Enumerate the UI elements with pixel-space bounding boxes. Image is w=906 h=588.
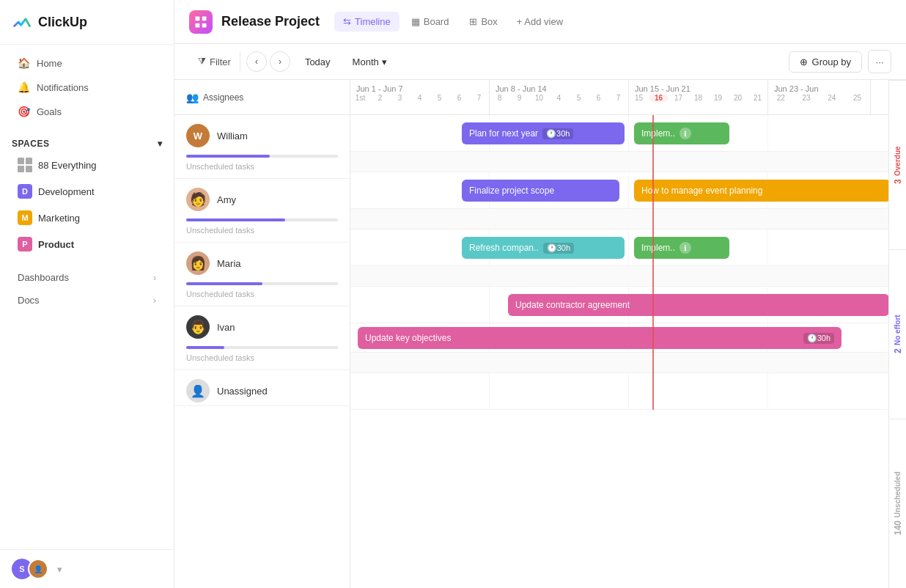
day-label: 25 — [844, 95, 870, 102]
clickup-logo-icon — [12, 12, 32, 32]
tab-timeline[interactable]: ⇆ Timeline — [334, 12, 399, 32]
today-label: 16 — [649, 95, 669, 102]
task-label: Implem.. — [641, 243, 675, 253]
prev-arrow-button[interactable]: ‹ — [246, 51, 267, 72]
toolbar: ⧩ Filter ‹ › Today Month ▾ ⊕ Group by ··… — [174, 44, 906, 80]
assignee-name: Maria — [217, 258, 241, 269]
gantt-cell — [350, 373, 490, 409]
info-icon: ℹ — [680, 128, 691, 139]
bell-icon: 🔔 — [18, 81, 29, 93]
sidebar-item-label: Notifications — [37, 82, 89, 93]
task-label: Finalize project scope — [469, 185, 554, 196]
tab-board[interactable]: ▦ Board — [402, 12, 458, 32]
sidebar-item-everything[interactable]: 88 Everything — [6, 152, 168, 177]
spaces-header[interactable]: Spaces ▾ — [12, 139, 162, 149]
spaces-section: Spaces ▾ — [0, 130, 174, 152]
chevron-right-icon: › — [153, 295, 156, 306]
task-bar[interactable]: Implem.. ℹ — [634, 122, 729, 144]
task-bar[interactable]: How to manage event planning — [634, 180, 888, 202]
assignee-name: Unassigned — [217, 386, 268, 397]
assignee-info: 🧑 Amy — [174, 179, 350, 214]
project-icon — [189, 10, 213, 34]
gantt-header: Jun 1 - Jun 7 1st 2 3 4 5 6 7 J — [350, 80, 888, 115]
assignee-name: Amy — [217, 194, 236, 205]
gantt-cell — [350, 287, 490, 323]
assignee-progress — [186, 282, 338, 285]
next-arrow-button[interactable]: › — [270, 51, 290, 72]
day-label: 23 — [794, 95, 820, 102]
user-section[interactable]: S 👤 ▾ — [0, 549, 174, 588]
task-bar[interactable]: Refresh compan.. 🕐30h — [462, 237, 625, 259]
assignee-row: 👤 Unassigned — [174, 370, 350, 406]
day-label: 8 — [490, 95, 509, 102]
month-button[interactable]: Month ▾ — [345, 53, 394, 71]
task-label: Plan for next year — [469, 128, 538, 139]
assignee-progress — [186, 218, 338, 221]
task-bar[interactable]: Finalize project scope — [462, 180, 619, 202]
home-icon: 🏠 — [18, 57, 29, 69]
assignees-column: 👥 Assignees W William Unscheduled tasks … — [174, 80, 350, 588]
more-options-button[interactable]: ··· — [868, 50, 891, 73]
marketing-label: Marketing — [38, 213, 80, 224]
sidebar-item-development[interactable]: D Development — [6, 179, 168, 204]
unscheduled-tasks-label: Unscheduled tasks — [174, 350, 350, 370]
assignees-label: Assignees — [203, 92, 243, 103]
assignee-info: 👨 Ivan — [174, 306, 350, 342]
chevron-down-icon: ▾ — [57, 564, 62, 575]
sidebar-item-marketing[interactable]: M Marketing — [6, 205, 168, 230]
docs-label: Docs — [18, 295, 40, 306]
sidebar: ClickUp 🏠 Home 🔔 Notifications 🎯 Goals S… — [0, 0, 174, 588]
group-by-button[interactable]: ⊕ Group by — [789, 51, 862, 73]
day-label: 6 — [589, 95, 608, 102]
chevron-down-icon: ▾ — [158, 139, 163, 149]
sidebar-item-docs[interactable]: Docs › — [6, 290, 168, 311]
gantt-row — [350, 373, 888, 410]
day-label: 20 — [728, 95, 748, 102]
unscheduled-label: 140 Unscheduled — [889, 419, 906, 588]
unscheduled-tasks-label: Unscheduled tasks — [174, 287, 350, 306]
marketing-badge: M — [18, 210, 32, 225]
filter-button[interactable]: ⧩ Filter — [189, 51, 240, 72]
assignee-row: 👩 Maria Unscheduled tasks — [174, 243, 350, 306]
month-label: Month — [353, 56, 379, 67]
avatar: 👤 — [186, 379, 210, 403]
week-label: Jun 1 - Jun 7 — [350, 80, 489, 95]
sidebar-item-home[interactable]: 🏠 Home — [6, 51, 168, 75]
sidebar-header: ClickUp — [0, 0, 174, 45]
tab-label: Timeline — [355, 16, 391, 27]
timeline-icon: ⇆ — [343, 16, 351, 27]
task-bar[interactable]: Plan for next year 🕐30h — [462, 122, 625, 144]
overdue-label: 3 Overdue — [889, 80, 906, 249]
task-label: Implem.. — [641, 128, 675, 139]
box-icon: ⊞ — [469, 16, 477, 27]
sidebar-item-product[interactable]: P Product — [6, 232, 168, 257]
day-label: 24 — [820, 95, 845, 102]
gantt-cell — [490, 373, 629, 409]
unscheduled-row — [350, 209, 888, 229]
task-bar[interactable]: Update key objectives 🕐30h — [358, 327, 841, 349]
gantt-area: Jun 1 - Jun 7 1st 2 3 4 5 6 7 J — [350, 80, 888, 588]
sidebar-item-notifications[interactable]: 🔔 Notifications — [6, 76, 168, 99]
add-view-button[interactable]: + Add view — [509, 12, 570, 32]
topbar: Release Project ⇆ Timeline ▦ Board ⊞ Box… — [174, 0, 906, 44]
assignee-progress — [186, 155, 338, 158]
day-label: 18 — [688, 95, 708, 102]
sidebar-item-dashboards[interactable]: Dashboards › — [6, 267, 168, 288]
gantt-rows: Plan for next year 🕐30h Implem.. ℹ — [350, 115, 888, 410]
tab-box[interactable]: ⊞ Box — [460, 12, 506, 32]
project-title: Release Project — [221, 14, 320, 29]
today-button[interactable]: Today — [296, 53, 339, 71]
sidebar-item-goals[interactable]: 🎯 Goals — [6, 100, 168, 123]
overdue-count: 3 — [893, 179, 903, 184]
more-icon: ··· — [875, 56, 883, 67]
task-bar[interactable]: Implem.. ℹ — [634, 237, 729, 259]
no-effort-count: 2 — [893, 349, 903, 354]
assignee-row: W William Unscheduled tasks — [174, 115, 350, 179]
task-time: 🕐30h — [803, 333, 834, 344]
filter-icon: ⧩ — [198, 56, 206, 67]
assignee-progress-fill — [186, 346, 224, 349]
day-label: 17 — [669, 95, 688, 102]
svg-rect-1 — [202, 16, 207, 21]
layers-icon: ⊕ — [800, 56, 808, 67]
task-bar[interactable]: Update contractor agreement — [508, 294, 888, 316]
